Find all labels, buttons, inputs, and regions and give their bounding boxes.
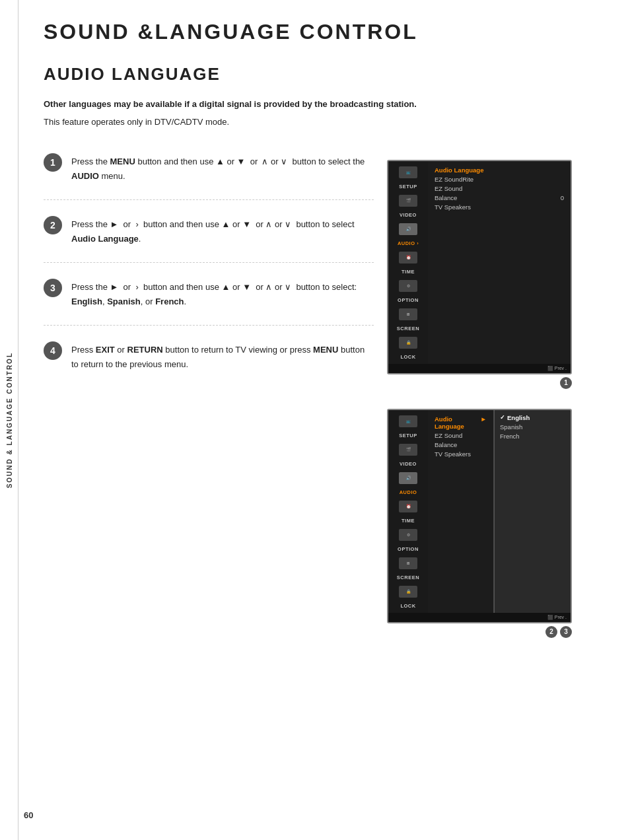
steps-column: 1 Press the MENU button and then use ▲ o…: [44, 153, 374, 651]
panel2-tv-speakers: TV Speakers: [435, 450, 487, 458]
menu-time-1: ⏰: [395, 250, 421, 265]
sidebar: SOUND & LANGUAGE CONTROL: [0, 0, 18, 840]
screen-2-bottom: ⬛ Prev .: [388, 613, 571, 622]
menu-audio-1: 🔊: [395, 222, 421, 236]
panel2-balance: Balance: [435, 441, 487, 448]
menu-time-label-2: TIME: [402, 518, 415, 524]
menu-setup-2: 📺: [395, 414, 421, 429]
panel-item-ez-sound: EZ Sound: [435, 185, 564, 192]
menu-sidebar-1: 📺 SETUP 🎬 VIDEO 🔊 AUDIO ›: [388, 161, 428, 364]
screen-1-wrapper: 📺 SETUP 🎬 VIDEO 🔊 AUDIO ›: [387, 160, 572, 389]
menu-option-label-1: OPTION: [398, 297, 419, 303]
panel2-audio-language: Audio Language ►: [435, 415, 487, 430]
screen-1-bottom: ⬛ Prev .: [388, 364, 571, 373]
menu-sidebar-2: 📺 SETUP 🎬 VIDEO 🔊 AUDIO: [388, 410, 428, 613]
menu-audio-label-2: AUDIO: [400, 489, 417, 495]
menu-screen-label-2: SCREEN: [397, 575, 419, 580]
step-1-text: Press the MENU button and then use ▲ or …: [71, 153, 374, 184]
menu-setup-label-2: SETUP: [399, 433, 417, 438]
menu-lock-label-1: LOCK: [400, 354, 415, 360]
menu-panel-1: Audio Language EZ SoundRite EZ Sound Bal…: [428, 161, 571, 364]
badge-1: 1: [560, 377, 572, 389]
sidebar-divider: [18, 0, 18, 840]
step-1: 1 Press the MENU button and then use ▲ o…: [44, 153, 374, 200]
panel2-ez-sound: EZ Sound: [435, 432, 487, 439]
menu-video-label-1: VIDEO: [400, 212, 417, 218]
menu-option-label-2: OPTION: [398, 546, 419, 552]
section-title: AUDIO LANGUAGE: [44, 64, 604, 85]
panel-item-tv-speakers: TV Speakers: [435, 203, 564, 211]
screens-column: 📺 SETUP 🎬 VIDEO 🔊 AUDIO ›: [387, 153, 572, 651]
screen-1-badges: 1: [387, 377, 572, 389]
menu-lock-label-2: LOCK: [400, 603, 415, 609]
intro-bold: Other languages may be available if a di…: [44, 98, 604, 112]
menu-time-label-1: TIME: [402, 269, 415, 275]
menu-screen-label-1: SCREEN: [397, 326, 419, 332]
menu-video-2: 🎬: [395, 442, 421, 457]
step-4-text: Press EXIT or RETURN button to return to…: [71, 341, 374, 372]
menu-setup-1: 📺: [395, 165, 421, 180]
main-content: SOUND &LANGUAGE CONTROL AUDIO LANGUAGE O…: [24, 0, 630, 671]
menu-option-2: ⚙: [395, 528, 421, 542]
menu-setup-label-1: SETUP: [399, 184, 417, 190]
step-3: 3 Press the ► or › button and then use ▲…: [44, 279, 374, 326]
menu-video-label-2: VIDEO: [400, 461, 417, 467]
sidebar-label: SOUND & LANGUAGE CONTROL: [6, 352, 13, 488]
screen-2-wrapper: 📺 SETUP 🎬 VIDEO 🔊 AUDIO: [387, 409, 572, 638]
screen-1: 📺 SETUP 🎬 VIDEO 🔊 AUDIO ›: [387, 160, 572, 374]
menu-lock-1: 🔒: [395, 335, 421, 350]
steps-and-screens: 1 Press the MENU button and then use ▲ o…: [44, 153, 604, 651]
panel-item-audio-language: Audio Language: [435, 166, 564, 174]
step-4: 4 Press EXIT or RETURN button to return …: [44, 341, 374, 388]
sub-english: ✓ English: [500, 414, 548, 421]
step-2-number: 2: [44, 216, 62, 234]
page-number: 60: [24, 810, 33, 820]
step-3-text: Press the ► or › button and then use ▲ o…: [71, 279, 374, 309]
panel-item-ez-soundrite: EZ SoundRite: [435, 176, 564, 183]
screen-2: 📺 SETUP 🎬 VIDEO 🔊 AUDIO: [387, 409, 572, 623]
badge-2: 2: [545, 626, 557, 638]
menu-time-2: ⏰: [395, 499, 421, 514]
intro-normal: This feature operates only in DTV/CADTV …: [44, 117, 604, 127]
menu-audio-label-1: AUDIO ›: [398, 240, 419, 246]
menu-video-1: 🎬: [395, 193, 421, 208]
sub-spanish: Spanish: [500, 423, 548, 431]
step-2: 2 Press the ► or › button and then use ▲…: [44, 216, 374, 263]
page-title: SOUND &LANGUAGE CONTROL: [44, 20, 604, 44]
menu-screen-1: 🖥: [395, 307, 421, 322]
menu-option-1: ⚙: [395, 279, 421, 293]
menu-audio-2: 🔊: [395, 471, 421, 485]
step-1-number: 1: [44, 153, 62, 172]
step-4-number: 4: [44, 341, 62, 360]
sub-french: French: [500, 433, 548, 440]
menu-screen-2: 🖥: [395, 556, 421, 571]
menu-lock-2: 🔒: [395, 584, 421, 599]
step-2-text: Press the ► or › button and then use ▲ o…: [71, 216, 374, 246]
sub-panel: ✓ English Spanish French: [494, 410, 553, 613]
panel-item-balance: Balance 0: [435, 194, 564, 201]
badge-3: 3: [560, 626, 572, 638]
menu-panel-2: Audio Language ► EZ Sound Balance TV Spe…: [428, 410, 494, 613]
screen-2-badges: 2 3: [387, 626, 572, 638]
step-3-number: 3: [44, 279, 62, 297]
